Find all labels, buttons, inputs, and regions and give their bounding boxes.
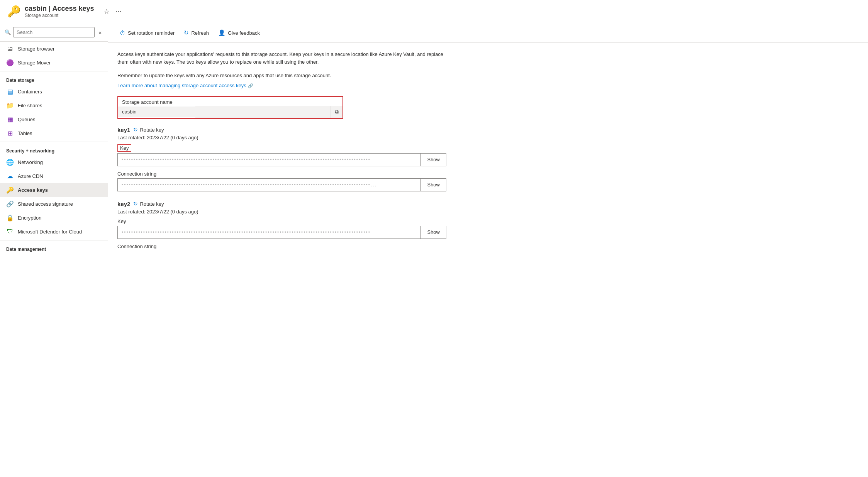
key1-section: key1 ↻ Rotate key Last rotated: 2023/7/2… bbox=[117, 127, 446, 191]
storage-account-input-row: ⧉ bbox=[118, 106, 342, 118]
collapse-sidebar-button[interactable]: « bbox=[97, 28, 103, 37]
feedback-icon: 👤 bbox=[218, 29, 225, 36]
key1-rotate-button[interactable]: ↻ Rotate key bbox=[133, 127, 164, 133]
sidebar-item-label: Shared access signature bbox=[18, 201, 73, 207]
page-icon: 🔑 bbox=[8, 5, 20, 18]
sidebar-item-azure-cdn[interactable]: ☁ Azure CDN bbox=[0, 169, 108, 183]
key1-conn-label: Connection string bbox=[117, 171, 446, 177]
sidebar-item-label: Containers bbox=[18, 89, 42, 95]
rotate-key2-icon: ↻ bbox=[133, 201, 138, 207]
sidebar-item-storage-browser[interactable]: 🗂 Storage browser bbox=[0, 42, 108, 56]
key1-conn-field: Connection string Show bbox=[117, 171, 446, 191]
key2-rotate-button[interactable]: ↻ Rotate key bbox=[133, 201, 164, 207]
key1-key-input bbox=[117, 153, 421, 166]
header: 🔑 casbin | Access keys Storage account ☆… bbox=[0, 0, 868, 23]
shared-access-icon: 🔗 bbox=[6, 200, 14, 208]
rotate-key1-icon: ↻ bbox=[133, 127, 138, 133]
defender-icon: 🛡 bbox=[6, 228, 14, 235]
key2-show-key-button[interactable]: Show bbox=[421, 226, 446, 239]
sidebar-item-shared-access[interactable]: 🔗 Shared access signature bbox=[0, 197, 108, 211]
key2-key-input bbox=[117, 226, 421, 239]
learn-more-link[interactable]: Learn more about managing storage accoun… bbox=[117, 83, 253, 88]
key1-last-rotated: Last rotated: 2023/7/22 (0 days ago) bbox=[117, 135, 446, 140]
storage-account-box: Storage account name ⧉ bbox=[117, 96, 343, 119]
description-2: Remember to update the keys with any Azu… bbox=[117, 72, 446, 80]
search-icon: 🔍 bbox=[5, 29, 11, 35]
key1-header: key1 ↻ Rotate key bbox=[117, 127, 446, 133]
rotate-key2-label: Rotate key bbox=[140, 201, 164, 207]
sidebar-item-containers[interactable]: ▤ Containers bbox=[0, 85, 108, 98]
content-area: ⏱ Set rotation reminder ↻ Refresh 👤 Give… bbox=[108, 23, 868, 477]
sidebar: 🔍 « 🗂 Storage browser 🟣 Storage Mover Da… bbox=[0, 23, 108, 477]
more-options-button[interactable]: ··· bbox=[114, 7, 123, 16]
header-actions: ☆ ··· bbox=[102, 7, 123, 17]
sidebar-divider-3 bbox=[0, 240, 108, 240]
sidebar-item-label: Encryption bbox=[18, 215, 41, 221]
sidebar-divider bbox=[0, 71, 108, 71]
sidebar-item-storage-mover[interactable]: 🟣 Storage Mover bbox=[0, 56, 108, 69]
tables-icon: ⊞ bbox=[6, 129, 14, 137]
refresh-label: Refresh bbox=[191, 30, 209, 36]
key1-name: key1 bbox=[117, 127, 130, 133]
storage-account-input bbox=[118, 107, 195, 117]
key2-conn-label: Connection string bbox=[117, 244, 446, 249]
encryption-icon: 🔒 bbox=[6, 214, 14, 222]
key2-last-rotated: Last rotated: 2023/7/22 (0 days ago) bbox=[117, 209, 446, 215]
key2-key-field: Key Show bbox=[117, 218, 446, 239]
key1-key-label: Key bbox=[117, 144, 131, 152]
storage-account-spacer bbox=[195, 106, 331, 118]
external-link-icon: 🔗 bbox=[248, 83, 253, 88]
content-body: Access keys authenticate your applicatio… bbox=[108, 43, 456, 266]
page-subtitle: Storage account bbox=[25, 13, 94, 18]
favorite-button[interactable]: ☆ bbox=[102, 7, 111, 17]
key1-show-conn-button[interactable]: Show bbox=[421, 178, 446, 191]
storage-mover-icon: 🟣 bbox=[6, 59, 14, 66]
rotate-key1-label: Rotate key bbox=[140, 127, 164, 133]
key1-conn-input bbox=[117, 178, 421, 191]
key2-conn-field: Connection string bbox=[117, 244, 446, 249]
sidebar-item-encryption[interactable]: 🔒 Encryption bbox=[0, 211, 108, 225]
sidebar-item-defender[interactable]: 🛡 Microsoft Defender for Cloud bbox=[0, 225, 108, 238]
sidebar-item-label: Access keys bbox=[18, 187, 48, 193]
section-data-storage: Data storage bbox=[0, 73, 108, 85]
sidebar-item-label: Networking bbox=[18, 159, 43, 165]
storage-account-copy-button[interactable]: ⧉ bbox=[331, 106, 342, 118]
key2-name: key2 bbox=[117, 201, 130, 207]
sidebar-search-bar: 🔍 « bbox=[0, 23, 108, 42]
networking-icon: 🌐 bbox=[6, 158, 14, 166]
content-toolbar: ⏱ Set rotation reminder ↻ Refresh 👤 Give… bbox=[108, 23, 868, 43]
main-layout: 🔍 « 🗂 Storage browser 🟣 Storage Mover Da… bbox=[0, 23, 868, 477]
key1-show-key-button[interactable]: Show bbox=[421, 153, 446, 166]
sidebar-item-label: Storage Mover bbox=[18, 60, 51, 66]
sidebar-item-label: File shares bbox=[18, 103, 42, 108]
sidebar-item-networking[interactable]: 🌐 Networking bbox=[0, 155, 108, 169]
sidebar-item-tables[interactable]: ⊞ Tables bbox=[0, 126, 108, 140]
search-input[interactable] bbox=[13, 27, 95, 37]
set-rotation-label: Set rotation reminder bbox=[128, 30, 175, 36]
key2-key-input-row: Show bbox=[117, 226, 446, 239]
key2-section: key2 ↻ Rotate key Last rotated: 2023/7/2… bbox=[117, 201, 446, 249]
key1-conn-input-row: Show bbox=[117, 178, 446, 191]
key2-header: key2 ↻ Rotate key bbox=[117, 201, 446, 207]
description-1: Access keys authenticate your applicatio… bbox=[117, 51, 446, 66]
storage-browser-icon: 🗂 bbox=[6, 45, 14, 52]
refresh-icon: ↻ bbox=[184, 29, 189, 36]
sidebar-item-label: Tables bbox=[18, 130, 32, 136]
set-rotation-reminder-button[interactable]: ⏱ Set rotation reminder bbox=[116, 27, 178, 39]
give-feedback-button[interactable]: 👤 Give feedback bbox=[214, 27, 264, 39]
sidebar-item-label: Queues bbox=[18, 117, 36, 122]
rotation-reminder-icon: ⏱ bbox=[120, 30, 125, 36]
key1-key-input-row: Show bbox=[117, 153, 446, 166]
sidebar-item-label: Azure CDN bbox=[18, 173, 43, 179]
sidebar-item-file-shares[interactable]: 📁 File shares bbox=[0, 98, 108, 112]
azure-cdn-icon: ☁ bbox=[6, 172, 14, 180]
key2-key-label: Key bbox=[117, 218, 446, 224]
header-title-group: casbin | Access keys Storage account bbox=[25, 5, 94, 18]
sidebar-item-queues[interactable]: ▦ Queues bbox=[0, 112, 108, 126]
refresh-button[interactable]: ↻ Refresh bbox=[180, 27, 213, 39]
sidebar-item-access-keys[interactable]: 🔑 Access keys bbox=[0, 183, 108, 197]
page-title: casbin | Access keys bbox=[25, 5, 94, 13]
key1-key-field: Key Show bbox=[117, 144, 446, 166]
queues-icon: ▦ bbox=[6, 115, 14, 123]
section-data-management: Data management bbox=[0, 242, 108, 254]
